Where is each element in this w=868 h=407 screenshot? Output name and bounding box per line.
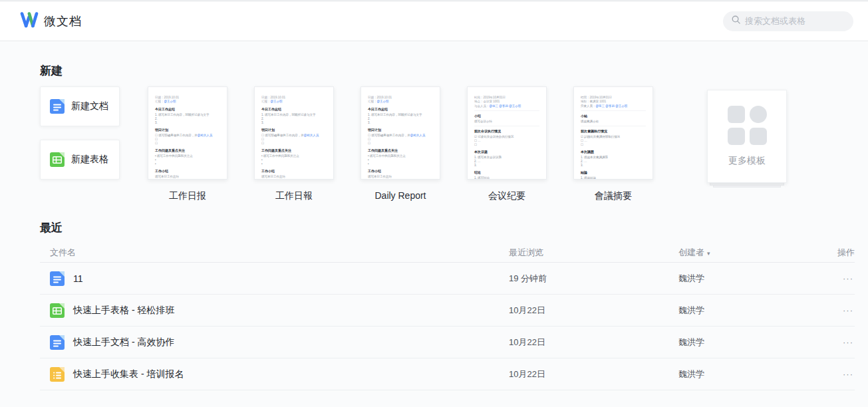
recent-heading: 最近 bbox=[40, 220, 868, 235]
template-card-3[interactable]: 日期：2019.10.01汇报：@王小明今日工作总结1. 填写本日工作内容，回顾… bbox=[361, 86, 440, 180]
table-row[interactable]: 快速上手文档 - 高效协作 10月22日 魏洪学 ··· bbox=[40, 327, 855, 358]
cell-filename: 快速上手表格 - 轻松排班 bbox=[40, 303, 509, 318]
cell-creator: 魏洪学 bbox=[678, 273, 837, 285]
more-templates: 更多模板 bbox=[707, 90, 787, 183]
create-doc-button[interactable]: 新建文档 bbox=[40, 86, 120, 126]
app-header: 微文档 bbox=[0, 1, 868, 41]
column-last-viewed: 最近浏览 bbox=[509, 247, 678, 259]
create-section: 新建 新建文档 新建表格 日期：2019.10.01汇报：@王小明今日工作总结1… bbox=[40, 63, 868, 202]
template-thumbnail: 時間：2019年10月01日地點：會議室 1001與會人員：@張三 @李四 @王… bbox=[581, 95, 646, 180]
file-name: 快速上手文档 - 高效协作 bbox=[73, 337, 174, 348]
column-creator-sort[interactable]: 创建者▾ bbox=[678, 247, 837, 259]
template-label: 会议纪要 bbox=[467, 190, 547, 202]
template-thumbnail: 日期：2019.10.01汇报：@王小明今日工作总结1. 填写本日工作内容，回顾… bbox=[368, 95, 433, 178]
cell-last-viewed: 10月22日 bbox=[509, 337, 678, 348]
cell-actions: ··· bbox=[837, 273, 855, 283]
app-name: 微文档 bbox=[44, 13, 82, 29]
cell-last-viewed: 10月22日 bbox=[509, 368, 678, 380]
template-card-5[interactable]: 時間：2019年10月01日地點：會議室 1001與會人員：@張三 @李四 @王… bbox=[573, 86, 653, 180]
file-name: 快速上手表格 - 轻松排班 bbox=[73, 305, 174, 317]
cell-creator: 魏洪学 bbox=[678, 368, 837, 380]
template-item: 日期：2019.10.01汇报：@王小明今日工作总结1. 填写本日工作内容，回顾… bbox=[148, 86, 227, 202]
cell-creator: 魏洪学 bbox=[678, 305, 837, 317]
search-box[interactable] bbox=[723, 11, 853, 31]
recent-table: 文件名 最近浏览 创建者▾ 操作 11 19 分钟前 魏洪学 ··· 快速上手表… bbox=[40, 243, 855, 390]
create-buttons: 新建文档 新建表格 bbox=[40, 86, 120, 180]
template-thumbnail: 日期：2019.10.01汇报：@王小明今日工作总结1. 填写本日工作内容，回顾… bbox=[261, 95, 327, 178]
cell-creator: 魏洪学 bbox=[678, 337, 837, 348]
template-list: 日期：2019.10.01汇报：@王小明今日工作总结1. 填写本日工作内容，回顾… bbox=[148, 86, 653, 202]
cell-filename: 快速上手收集表 - 培训报名 bbox=[40, 367, 509, 382]
row-more-actions-button[interactable]: ··· bbox=[841, 303, 855, 318]
more-templates-card[interactable]: 更多模板 bbox=[707, 90, 787, 183]
app-logo-w-icon bbox=[20, 12, 39, 31]
cell-last-viewed: 10月22日 bbox=[509, 305, 678, 317]
doc-file-icon bbox=[50, 335, 65, 350]
cell-actions: ··· bbox=[837, 369, 855, 379]
template-thumbnail: 时间：2019年10月01日地点：会议室 1001与会人员：@张三 @李四 @王… bbox=[474, 95, 539, 180]
template-item: 日期：2019.10.01汇报：@王小明今日工作总结1. 填写本日工作内容，回顾… bbox=[254, 86, 334, 202]
cell-filename: 快速上手文档 - 高效协作 bbox=[40, 335, 509, 350]
create-button-label: 新建表格 bbox=[71, 154, 108, 166]
cell-last-viewed: 19 分钟前 bbox=[509, 273, 678, 285]
doc-file-icon bbox=[50, 99, 65, 114]
template-item: 时间：2019年10月01日地点：会议室 1001与会人员：@张三 @李四 @王… bbox=[467, 86, 547, 202]
table-row[interactable]: 快速上手表格 - 轻松排班 10月22日 魏洪学 ··· bbox=[40, 295, 855, 327]
file-name: 快速上手收集表 - 培训报名 bbox=[73, 368, 184, 380]
recent-rows: 11 19 分钟前 魏洪学 ··· 快速上手表格 - 轻松排班 10月22日 魏… bbox=[40, 263, 855, 390]
cell-actions: ··· bbox=[837, 337, 855, 347]
sheet-file-icon bbox=[50, 303, 65, 318]
template-card-1[interactable]: 日期：2019.10.01汇报：@王小明今日工作总结1. 填写本日工作内容，回顾… bbox=[148, 86, 227, 180]
template-label: Daily Report bbox=[361, 190, 440, 201]
recent-section: 最近 文件名 最近浏览 创建者▾ 操作 11 19 分钟前 魏洪学 ··· 快速… bbox=[40, 220, 868, 390]
template-thumbnail: 日期：2019.10.01汇报：@王小明今日工作总结1. 填写本日工作内容，回顾… bbox=[155, 95, 220, 178]
template-label: 會議摘要 bbox=[573, 190, 653, 202]
doc-file-icon bbox=[50, 271, 65, 286]
table-row[interactable]: 11 19 分钟前 魏洪学 ··· bbox=[40, 263, 855, 295]
row-more-actions-button[interactable]: ··· bbox=[841, 366, 855, 382]
column-filename: 文件名 bbox=[40, 247, 509, 259]
template-card-2[interactable]: 日期：2019.10.01汇报：@王小明今日工作总结1. 填写本日工作内容，回顾… bbox=[254, 86, 334, 180]
sheet-file-icon bbox=[50, 152, 65, 167]
search-input[interactable] bbox=[745, 16, 862, 26]
more-templates-icon bbox=[728, 106, 767, 145]
template-item: 時間：2019年10月01日地點：會議室 1001與會人員：@張三 @李四 @王… bbox=[573, 86, 653, 202]
column-actions: 操作 bbox=[837, 247, 855, 259]
create-sheet-button[interactable]: 新建表格 bbox=[40, 140, 120, 180]
file-name: 11 bbox=[73, 273, 83, 284]
row-more-actions-button[interactable]: ··· bbox=[841, 335, 855, 350]
form-file-icon bbox=[50, 367, 65, 382]
sort-arrow-icon: ▾ bbox=[707, 250, 710, 257]
main-content: 新建 新建文档 新建表格 日期：2019.10.01汇报：@王小明今日工作总结1… bbox=[0, 63, 868, 390]
template-card-4[interactable]: 时间：2019年10月01日地点：会议室 1001与会人员：@张三 @李四 @王… bbox=[467, 86, 547, 180]
cell-filename: 11 bbox=[40, 271, 509, 286]
recent-table-header: 文件名 最近浏览 创建者▾ 操作 bbox=[40, 243, 855, 263]
cell-actions: ··· bbox=[837, 305, 855, 315]
column-creator-label: 创建者 bbox=[678, 247, 704, 257]
row-more-actions-button[interactable]: ··· bbox=[841, 271, 855, 286]
template-label: 工作日報 bbox=[254, 190, 334, 202]
template-item: 日期：2019.10.01汇报：@王小明今日工作总结1. 填写本日工作内容，回顾… bbox=[361, 86, 440, 202]
more-templates-label: 更多模板 bbox=[728, 155, 766, 167]
table-row[interactable]: 快速上手收集表 - 培训报名 10月22日 魏洪学 ··· bbox=[40, 358, 855, 390]
create-heading: 新建 bbox=[40, 63, 868, 78]
app-logo[interactable]: 微文档 bbox=[20, 12, 82, 31]
search-icon bbox=[731, 15, 741, 27]
template-label: 工作日报 bbox=[148, 190, 227, 202]
create-button-label: 新建文档 bbox=[71, 100, 108, 112]
